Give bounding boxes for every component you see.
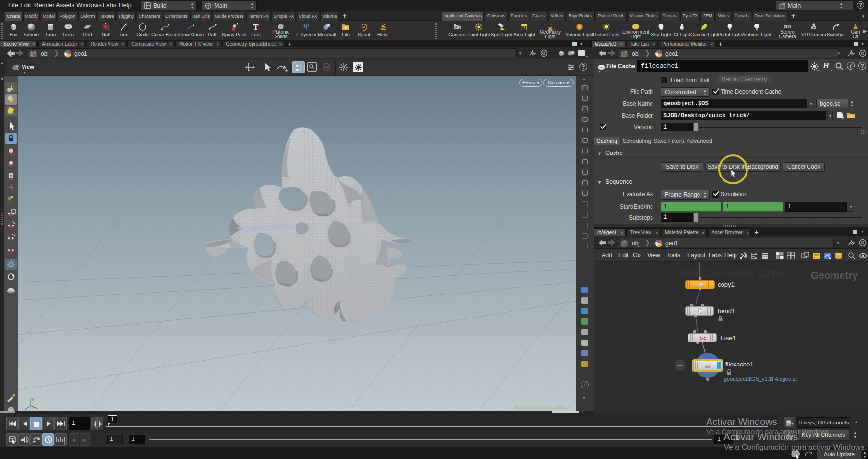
svg-text:y: y (32, 397, 34, 401)
svg-text:T: T (253, 23, 259, 32)
